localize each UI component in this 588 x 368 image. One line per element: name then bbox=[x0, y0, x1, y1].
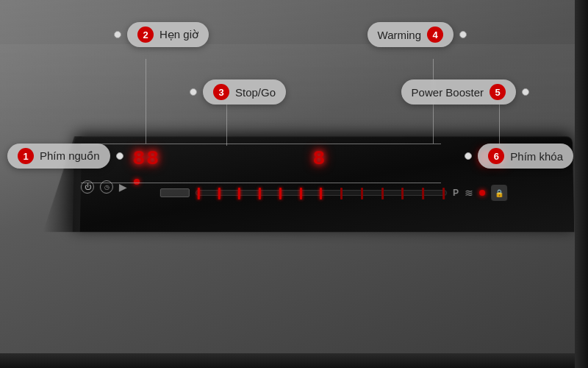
callout-3: 3 Stop/Go bbox=[190, 79, 286, 105]
connector-5-v bbox=[499, 102, 500, 146]
lock-button[interactable]: 🔒 bbox=[491, 185, 507, 201]
tick-1 bbox=[198, 188, 200, 199]
callout-6-number: 6 bbox=[488, 148, 504, 164]
connector-h-bottom bbox=[81, 183, 441, 183]
led-left: 88 bbox=[132, 147, 160, 170]
power-icon: ⏻ bbox=[84, 183, 90, 191]
led-center: 8 bbox=[313, 147, 327, 170]
left-digit-1: 88 bbox=[132, 147, 160, 170]
callout-4-dot bbox=[459, 31, 467, 38]
tick-3 bbox=[238, 188, 240, 199]
slider-area[interactable]: P ≋ 🔒 bbox=[132, 184, 508, 202]
lock-icon: 🔒 bbox=[495, 188, 503, 197]
panel-border-bottom bbox=[0, 353, 575, 368]
connector-h-top bbox=[81, 144, 441, 144]
callout-2-number: 2 bbox=[137, 26, 154, 43]
tick-8 bbox=[340, 188, 343, 199]
callout-3-dot bbox=[190, 88, 197, 96]
callout-1-number: 1 bbox=[18, 148, 34, 164]
tick-13 bbox=[442, 188, 445, 199]
callout-2-label: Hẹn giờ bbox=[159, 28, 198, 41]
p-label: P bbox=[453, 188, 459, 198]
callout-1-bubble: 1 Phím nguồn bbox=[7, 144, 110, 169]
connector-2-v bbox=[146, 59, 146, 144]
tick-12 bbox=[422, 188, 424, 199]
callout-6-bubble: 6 Phím khóa bbox=[478, 144, 573, 169]
panel-border-right bbox=[575, 0, 588, 368]
callout-1-dot bbox=[116, 152, 123, 160]
callout-2-dot bbox=[114, 31, 121, 38]
callout-6-dot bbox=[465, 152, 472, 160]
callout-5-label: Power Booster bbox=[412, 86, 484, 99]
heat-icon: ≋ bbox=[465, 187, 473, 199]
callout-4: Warming 4 bbox=[368, 22, 467, 47]
callout-3-label: Stop/Go bbox=[235, 86, 276, 99]
slider-fill bbox=[160, 188, 190, 197]
callout-5-number: 5 bbox=[490, 84, 506, 100]
center-digit: 8 bbox=[313, 147, 327, 170]
callout-1: 1 Phím nguồn bbox=[7, 144, 123, 169]
tick-7 bbox=[320, 188, 322, 199]
callout-6-label: Phím khóa bbox=[510, 150, 563, 163]
slider-track[interactable] bbox=[196, 190, 447, 196]
tick-2 bbox=[218, 188, 220, 199]
callout-5: Power Booster 5 bbox=[401, 79, 529, 105]
tick-4 bbox=[259, 188, 261, 199]
tick-9 bbox=[361, 188, 363, 199]
callout-3-number: 3 bbox=[213, 84, 229, 100]
callout-2: 2 Hẹn giờ bbox=[114, 22, 209, 47]
tick-11 bbox=[401, 188, 404, 199]
timer-icon: ◷ bbox=[104, 184, 109, 191]
callout-3-bubble: 3 Stop/Go bbox=[203, 79, 286, 105]
connector-3-v bbox=[226, 102, 227, 146]
callout-4-bubble: Warming 4 bbox=[368, 22, 453, 47]
callout-6: 6 Phím khóa bbox=[465, 144, 573, 169]
callout-1-label: Phím nguồn bbox=[40, 149, 100, 163]
callout-5-dot bbox=[522, 88, 529, 96]
callout-2-bubble: 2 Hẹn giờ bbox=[127, 22, 209, 47]
tick-10 bbox=[381, 188, 384, 199]
callout-4-number: 4 bbox=[427, 26, 443, 43]
callout-4-label: Warming bbox=[378, 29, 421, 41]
tick-5 bbox=[279, 188, 282, 199]
red-dot-right bbox=[479, 190, 485, 196]
slider-ticks bbox=[196, 188, 446, 199]
tick-6 bbox=[300, 188, 302, 199]
callout-5-bubble: Power Booster 5 bbox=[401, 79, 516, 105]
